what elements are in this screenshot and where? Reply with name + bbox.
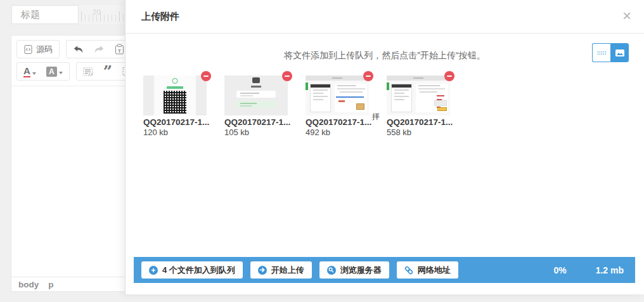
minus-icon — [366, 76, 371, 77]
source-code-button[interactable]: 源码 — [16, 40, 60, 58]
text-color-button[interactable]: A — [23, 66, 36, 77]
remove-file-button[interactable] — [201, 71, 211, 81]
upload-queue: QQ20170217-1... 120 kb QQ20170217-1... 1… — [143, 76, 468, 137]
add-files-button[interactable]: 4 个文件加入到队列 — [141, 261, 243, 279]
add-files-label: 4 个文件加入到队列 — [162, 265, 235, 276]
file-item: QQ20170217-1... 558 kb — [387, 76, 450, 137]
source-code-icon — [23, 44, 33, 55]
upload-attachments-dialog: 上传附件 × 将文件添加到上传队列，然后点击”开始上传“按钮。 QQ20 — [125, 0, 644, 294]
file-thumbnail — [224, 76, 288, 115]
start-upload-button[interactable]: 开始上传 — [250, 261, 312, 279]
file-size: 120 kb — [143, 128, 207, 137]
svg-text:T: T — [118, 48, 121, 54]
file-size: 105 kb — [224, 128, 288, 137]
element-path-body[interactable]: body — [18, 280, 39, 289]
file-thumbnail — [143, 76, 207, 115]
file-thumbnail — [387, 76, 450, 115]
list-view-icon — [597, 51, 607, 55]
background-color-label: A — [46, 67, 57, 77]
start-upload-label: 开始上传 — [271, 265, 304, 276]
paste-text-icon[interactable]: T — [115, 44, 124, 55]
background-color-button[interactable]: A — [46, 67, 63, 77]
source-code-label: 源码 — [36, 44, 53, 55]
thumbnail-view-button[interactable] — [610, 43, 629, 62]
file-name: QQ20170217-1... — [143, 117, 207, 127]
remove-file-button[interactable] — [282, 71, 292, 81]
remove-file-button[interactable] — [444, 71, 454, 81]
ruler-label: 20 — [93, 8, 101, 16]
view-toggle — [592, 43, 629, 62]
code-block-icon[interactable] — [83, 67, 93, 76]
file-thumbnail — [306, 76, 369, 115]
upload-instruction-text: 将文件添加到上传队列，然后点击”开始上传“按钮。 — [126, 50, 644, 62]
file-size: 558 kb — [387, 128, 450, 137]
plus-icon — [149, 266, 158, 275]
close-icon[interactable]: × — [622, 8, 631, 23]
blockquote-icon[interactable]: ” — [103, 67, 112, 76]
total-size: 1.2 mb — [596, 265, 624, 275]
minus-icon — [285, 76, 290, 77]
text-color-label: A — [23, 66, 30, 77]
upload-progress: 0% — [553, 265, 566, 275]
network-url-label: 网络地址 — [418, 265, 451, 276]
title-placeholder: 标题 — [21, 9, 40, 21]
title-input[interactable]: 标题 — [11, 5, 79, 24]
list-view-button[interactable] — [592, 43, 610, 62]
element-path-p[interactable]: p — [48, 280, 53, 289]
file-name: QQ20170217-1... — [387, 117, 450, 127]
dialog-title: 上传附件 — [141, 11, 179, 23]
file-size: 492 kb — [306, 128, 369, 137]
arrow-right-icon — [258, 266, 267, 275]
chevron-down-icon — [59, 72, 63, 74]
upload-footer-bar: 4 个文件加入到队列 开始上传 浏览服务器 网络地址 0% — [134, 257, 635, 283]
file-name: QQ20170217-1... — [306, 117, 369, 127]
chevron-down-icon — [32, 72, 36, 75]
dialog-header: 上传附件 × — [126, 0, 644, 34]
browse-server-label: 浏览服务器 — [340, 265, 382, 276]
file-item: QQ20170217-1... 492 kb — [306, 76, 369, 137]
toolbar-group-color: A A — [16, 62, 70, 81]
link-icon — [404, 266, 413, 275]
remove-file-button[interactable] — [363, 71, 373, 81]
file-item: QQ20170217-1... 105 kb — [224, 76, 288, 137]
minus-icon — [447, 76, 452, 77]
search-icon — [327, 266, 336, 275]
redo-icon — [94, 45, 105, 54]
undo-icon[interactable] — [73, 45, 84, 54]
network-url-button[interactable]: 网络地址 — [397, 261, 458, 279]
thumbnail-view-icon — [615, 49, 625, 57]
browse-server-button[interactable]: 浏览服务器 — [319, 261, 389, 279]
file-name: QQ20170217-1... — [224, 117, 288, 127]
file-item: QQ20170217-1... 120 kb — [143, 76, 207, 137]
app-window: 标题 20 源码 — [0, 0, 644, 302]
minus-icon — [203, 76, 209, 77]
stray-character: 拝 — [372, 112, 380, 122]
